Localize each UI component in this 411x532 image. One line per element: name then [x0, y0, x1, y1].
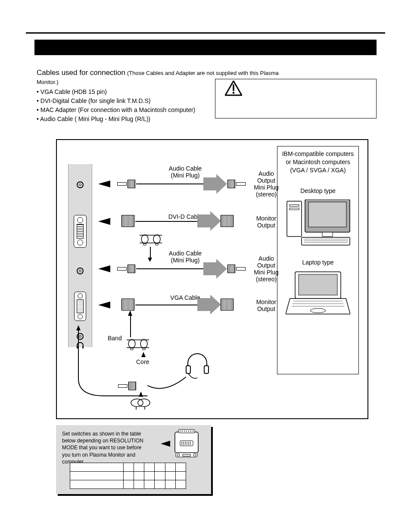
mini-conn-left	[128, 264, 135, 273]
svg-rect-29	[302, 237, 350, 245]
svg-point-7	[141, 235, 148, 243]
warning-box	[215, 79, 377, 118]
svg-rect-28	[322, 232, 333, 236]
pc-types-box: IBM-compatible computers or Macintosh co…	[277, 146, 359, 374]
arrow-down-icon	[148, 258, 152, 262]
arrow-left-icon	[98, 265, 110, 272]
monitor-port-panel	[68, 164, 92, 347]
mini-plug	[118, 384, 128, 388]
mac-adapter-drawing	[171, 429, 202, 459]
arrow-up-icon	[128, 311, 132, 316]
arrow-right-icon	[197, 211, 221, 231]
vga-port	[74, 292, 86, 321]
desktop-type-label: Desktop type	[280, 187, 356, 194]
dvi-conn-right	[221, 215, 234, 227]
arrow-up-icon	[76, 325, 81, 330]
mini-plug-right	[236, 182, 246, 186]
desktop-computer-drawing	[280, 199, 356, 247]
audio-in-jack-top	[77, 181, 84, 188]
section-black-band	[34, 40, 377, 55]
mini-plug-right	[236, 267, 246, 271]
mini-plug-left	[117, 182, 127, 186]
mac-adapter-switch-box: Set switches as shown in the table below…	[56, 425, 211, 494]
svg-marker-12	[197, 295, 221, 314]
svg-rect-27	[308, 202, 346, 227]
arrow-left-icon	[98, 218, 110, 225]
mini-conn-left	[128, 180, 135, 188]
arrow-right-icon	[197, 295, 221, 314]
svg-point-17	[131, 399, 143, 407]
vga-conn-left	[121, 299, 134, 311]
ferrite-core-drawing	[139, 233, 163, 246]
page-top-rule	[26, 32, 385, 34]
arrow-up-icon	[139, 392, 143, 397]
vga-conn-right	[221, 299, 234, 311]
switch-table	[70, 463, 186, 489]
audio-in-jack-mid	[77, 268, 84, 274]
svg-marker-11	[203, 259, 227, 279]
svg-marker-5	[203, 174, 227, 194]
arrow-left-icon	[98, 180, 110, 187]
laptop-computer-drawing	[280, 271, 356, 318]
svg-rect-34	[299, 274, 337, 295]
mini-conn-right	[227, 264, 235, 273]
arrow-right-icon	[203, 174, 227, 194]
switch-instructions: Set switches as shown in the table below…	[62, 430, 146, 465]
svg-rect-22	[204, 366, 209, 373]
ferrite-core-drawing	[128, 398, 153, 411]
dvi-port	[74, 215, 87, 248]
caution-icon	[225, 81, 242, 96]
arrow-left-icon	[98, 302, 110, 308]
intro-lead: Cables used for connection	[37, 68, 125, 77]
headphone-wire	[147, 373, 203, 394]
svg-point-2	[233, 92, 235, 94]
mini-plug-left	[117, 267, 127, 271]
svg-marker-6	[197, 211, 221, 231]
arrow-left-icon	[161, 441, 170, 447]
connection-diagram: Audio Cable (Mini Plug) Audio Output Min…	[56, 139, 368, 419]
svg-point-18	[138, 399, 150, 407]
svg-point-8	[153, 235, 160, 243]
pc-types-heading: IBM-compatible computers or Macintosh co…	[280, 150, 356, 174]
mini-conn-right	[227, 180, 235, 188]
dvi-conn-left	[121, 215, 134, 227]
mini-conn	[128, 382, 136, 390]
arrow-right-icon	[203, 259, 227, 279]
laptop-type-label: Laptop type	[280, 259, 356, 266]
